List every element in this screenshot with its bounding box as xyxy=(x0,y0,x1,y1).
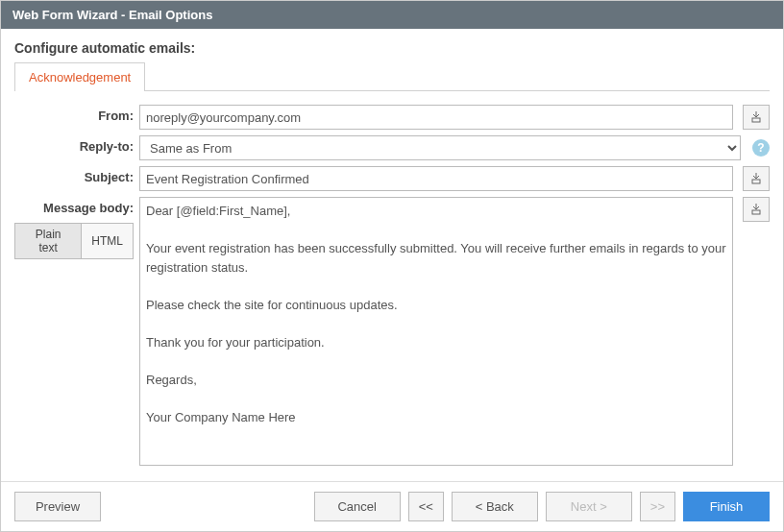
first-button[interactable]: << xyxy=(408,492,444,521)
from-input[interactable] xyxy=(139,105,733,130)
finish-button[interactable]: Finish xyxy=(683,492,770,521)
body-insert-field-button[interactable] xyxy=(743,197,770,222)
from-label: From: xyxy=(14,105,139,123)
last-button: >> xyxy=(640,492,675,521)
from-row: From: xyxy=(14,105,770,130)
svg-rect-0 xyxy=(752,118,760,122)
configure-heading: Configure automatic emails: xyxy=(14,40,770,56)
back-button[interactable]: < Back xyxy=(452,492,538,521)
replyto-select[interactable]: Same as From xyxy=(139,135,741,160)
format-toggle: Plain text HTML xyxy=(14,223,134,259)
subject-insert-field-button[interactable] xyxy=(743,166,770,191)
next-button: Next > xyxy=(546,492,632,521)
subject-row: Subject: xyxy=(14,166,770,191)
tab-acknowledgement[interactable]: Acknowledgement xyxy=(14,62,145,91)
help-icon[interactable]: ? xyxy=(752,139,770,157)
replyto-label: Reply-to: xyxy=(14,135,139,154)
preview-button[interactable]: Preview xyxy=(14,492,101,521)
svg-rect-1 xyxy=(752,180,760,183)
format-plain-button[interactable]: Plain text xyxy=(15,224,82,258)
content-area: Configure automatic emails: Acknowledgem… xyxy=(1,29,783,482)
window-titlebar: Web Form Wizard - Email Options xyxy=(1,1,783,29)
subject-input[interactable] xyxy=(139,166,733,191)
svg-rect-2 xyxy=(752,210,760,214)
window-title: Web Form Wizard - Email Options xyxy=(12,8,212,22)
subject-label: Subject: xyxy=(14,166,139,184)
insert-field-icon xyxy=(749,203,763,216)
tab-strip: Acknowledgement xyxy=(14,61,770,91)
wizard-footer: Preview Cancel << < Back Next > >> Finis… xyxy=(1,482,783,531)
format-html-button[interactable]: HTML xyxy=(82,224,133,258)
body-textarea[interactable] xyxy=(139,197,733,466)
insert-field-icon xyxy=(749,110,763,124)
body-label: Message body: xyxy=(43,197,134,215)
body-row: Message body: Plain text HTML xyxy=(14,197,770,466)
insert-field-icon xyxy=(749,172,763,185)
wizard-window: Web Form Wizard - Email Options Configur… xyxy=(0,0,784,532)
from-insert-field-button[interactable] xyxy=(743,105,770,130)
cancel-button[interactable]: Cancel xyxy=(314,492,401,521)
replyto-row: Reply-to: Same as From ? xyxy=(14,135,770,160)
